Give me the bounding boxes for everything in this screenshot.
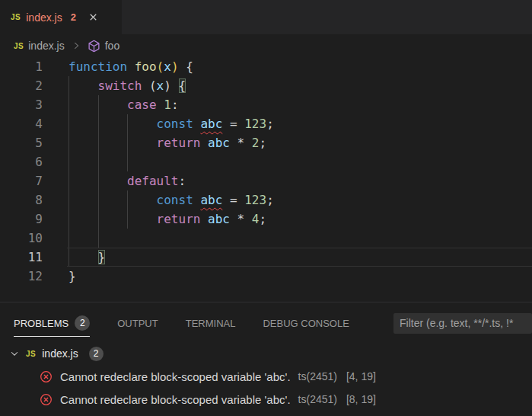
code-editor[interactable]: 1function foo(x) {2 switch (x) {3 case 1… bbox=[0, 57, 532, 302]
code-lines: 1function foo(x) {2 switch (x) {3 case 1… bbox=[0, 57, 532, 286]
code-line[interactable]: 1function foo(x) { bbox=[0, 57, 532, 76]
line-number: 11 bbox=[0, 248, 43, 267]
breadcrumb: JS index.js foo bbox=[0, 34, 532, 57]
indent-guide bbox=[98, 152, 99, 171]
indent-guide bbox=[68, 76, 69, 95]
code-line[interactable]: 11 } bbox=[0, 248, 532, 267]
editor-tab-bar: JS index.js 2 bbox=[0, 0, 532, 34]
code-line[interactable]: 8 const abc = 123; bbox=[0, 190, 532, 210]
javascript-file-icon: JS bbox=[26, 350, 36, 358]
line-number: 10 bbox=[0, 229, 43, 248]
indent-guide bbox=[98, 114, 99, 133]
error-icon bbox=[40, 370, 53, 383]
code-line[interactable]: 6 bbox=[0, 152, 532, 171]
breadcrumb-file[interactable]: index.js bbox=[28, 40, 64, 52]
indent-guide bbox=[68, 248, 69, 267]
tab-debug-console[interactable]: DEBUG CONSOLE bbox=[263, 318, 349, 329]
indent-guide bbox=[127, 114, 128, 133]
problem-message: Cannot redeclare block-scoped variable '… bbox=[60, 393, 291, 406]
line-number: 12 bbox=[0, 267, 43, 286]
error-icon bbox=[40, 393, 53, 406]
code-text bbox=[68, 152, 532, 171]
line-number: 7 bbox=[0, 171, 43, 190]
code-line[interactable]: 9 return abc * 4; bbox=[0, 210, 532, 229]
code-line[interactable]: 12} bbox=[0, 267, 532, 286]
indent-guide bbox=[68, 229, 69, 248]
problem-item[interactable]: Cannot redeclare block-scoped variable '… bbox=[0, 388, 532, 411]
vscode-window: JS index.js 2 JS index.js foo 1function … bbox=[0, 0, 532, 416]
tab-terminal[interactable]: TERMINAL bbox=[186, 318, 236, 329]
symbol-function-icon bbox=[88, 40, 100, 53]
indent-guide bbox=[98, 133, 99, 152]
code-text: } bbox=[68, 248, 532, 267]
tab-problem-count: 2 bbox=[71, 11, 76, 23]
indent-guide bbox=[68, 152, 69, 171]
indent-guide bbox=[68, 133, 69, 152]
panel-tab-bar: PROBLEMS 2 OUTPUT TERMINAL DEBUG CONSOLE bbox=[0, 302, 532, 339]
code-text: case 1: bbox=[68, 95, 532, 114]
tab-output[interactable]: OUTPUT bbox=[117, 318, 158, 329]
problem-message: Cannot redeclare block-scoped variable '… bbox=[60, 370, 291, 383]
problem-source: ts(2451) bbox=[298, 370, 337, 382]
breadcrumb-symbol[interactable]: foo bbox=[105, 40, 119, 52]
line-number: 8 bbox=[0, 190, 43, 210]
code-line[interactable]: 10 bbox=[0, 229, 532, 248]
javascript-file-icon: JS bbox=[11, 13, 21, 21]
code-text: default: bbox=[68, 171, 532, 190]
bottom-panel: PROBLEMS 2 OUTPUT TERMINAL DEBUG CONSOLE… bbox=[0, 302, 532, 416]
indent-guide bbox=[68, 114, 69, 133]
code-line[interactable]: 3 case 1: bbox=[0, 95, 532, 114]
problem-location: [4, 19] bbox=[346, 370, 376, 382]
problems-list: JS index.js 2 Cannot redeclare block-sco… bbox=[0, 339, 532, 416]
indent-guide bbox=[68, 95, 69, 114]
line-number: 9 bbox=[0, 210, 43, 229]
output-tab-label: OUTPUT bbox=[117, 318, 158, 329]
javascript-file-icon: JS bbox=[14, 42, 24, 50]
indent-guide bbox=[98, 95, 99, 114]
code-text: const abc = 123; bbox=[68, 114, 532, 133]
code-text: } bbox=[68, 267, 532, 286]
chevron-right-icon bbox=[71, 40, 81, 51]
line-number: 6 bbox=[0, 152, 43, 171]
problem-item[interactable]: Cannot redeclare block-scoped variable '… bbox=[0, 365, 532, 388]
indent-guide bbox=[127, 152, 128, 171]
indent-guide bbox=[98, 190, 99, 210]
file-error-count-badge: 2 bbox=[89, 347, 104, 361]
problems-file-name: index.js bbox=[42, 347, 78, 360]
tab-index-js[interactable]: JS index.js 2 bbox=[0, 0, 122, 34]
close-icon[interactable] bbox=[88, 11, 99, 23]
tab-problems[interactable]: PROBLEMS 2 bbox=[14, 315, 90, 337]
code-text: return abc * 4; bbox=[68, 210, 532, 229]
code-line[interactable]: 2 switch (x) { bbox=[0, 76, 532, 95]
indent-guide bbox=[68, 210, 69, 229]
tab-label: index.js bbox=[26, 11, 62, 24]
chevron-down-icon[interactable] bbox=[9, 348, 20, 359]
indent-guide bbox=[98, 229, 99, 248]
line-number: 2 bbox=[0, 76, 43, 95]
indent-guide bbox=[68, 190, 69, 210]
code-line[interactable]: 7 default: bbox=[0, 171, 532, 190]
line-number: 5 bbox=[0, 133, 43, 152]
line-number: 4 bbox=[0, 114, 43, 133]
code-text: switch (x) { bbox=[68, 76, 532, 95]
indent-guide bbox=[127, 133, 128, 152]
code-text: const abc = 123; bbox=[68, 190, 532, 210]
indent-guide bbox=[68, 171, 69, 190]
line-number: 1 bbox=[0, 57, 43, 76]
problem-source: ts(2451) bbox=[298, 393, 337, 405]
debug-console-tab-label: DEBUG CONSOLE bbox=[263, 318, 349, 329]
problems-filter-input[interactable] bbox=[393, 313, 532, 334]
line-number: 3 bbox=[0, 95, 43, 114]
terminal-tab-label: TERMINAL bbox=[186, 318, 236, 329]
problem-location: [8, 19] bbox=[346, 393, 376, 405]
problems-tab-label: PROBLEMS bbox=[14, 318, 68, 329]
indent-guide bbox=[127, 190, 128, 210]
problems-file-group[interactable]: JS index.js 2 bbox=[0, 342, 532, 365]
indent-guide bbox=[127, 210, 128, 229]
code-line[interactable]: 4 const abc = 123; bbox=[0, 114, 532, 133]
code-line[interactable]: 5 return abc * 2; bbox=[0, 133, 532, 152]
code-text: function foo(x) { bbox=[68, 57, 532, 76]
indent-guide bbox=[98, 171, 99, 190]
indent-guide bbox=[98, 210, 99, 229]
code-text: return abc * 2; bbox=[68, 133, 532, 152]
